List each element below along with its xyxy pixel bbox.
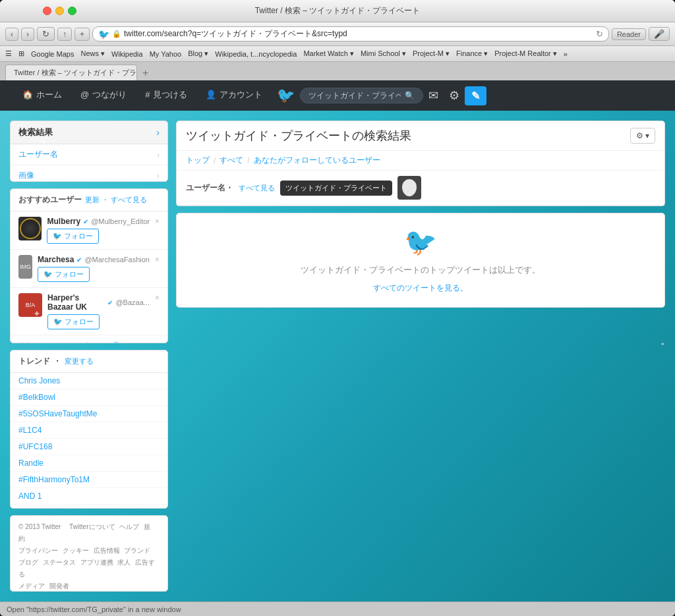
popular-accounts-link[interactable]: 人気のアカウント・友だちを見つける (18, 341, 142, 343)
images-nav-item[interactable]: 画像 › (11, 165, 167, 182)
search-submit-button[interactable]: 🔍 (405, 91, 415, 100)
bookmark-google-maps[interactable]: Google Maps (31, 50, 74, 58)
add-button[interactable]: + (74, 28, 90, 41)
bookmark-wikipedia[interactable]: Wikipedia (111, 50, 143, 58)
trend-fifth-harmony[interactable]: #FifthHarmonyTo1M (11, 472, 167, 488)
search-box[interactable]: 🔍 (300, 88, 423, 103)
trends-header: トレンド ・ 変更する (11, 350, 167, 373)
jobs-link[interactable]: 求人 (117, 559, 131, 566)
status-link[interactable]: ステータス (43, 559, 76, 566)
discover-label: 見つける (153, 89, 187, 101)
marchesa-follow-button[interactable]: 🐦 フォロー (38, 267, 90, 282)
mulberry-handle: @Mulberry_Editor (91, 217, 150, 225)
see-all-link[interactable]: すべて見る (239, 183, 275, 193)
trend-l1c4[interactable]: #L1C4 (11, 422, 167, 439)
trend-ufc168[interactable]: #UFC168 (11, 439, 167, 455)
help-link[interactable]: ヘルプ (119, 523, 139, 530)
trend-randle[interactable]: Randle (11, 455, 167, 472)
trend-5sos[interactable]: #5SOSHaveTaughtMe (11, 406, 167, 422)
search-results-arrow-icon: › (156, 127, 160, 138)
url-display: twitter.com/search?q=ツイットガイド・プライベート&src=… (124, 28, 347, 40)
marchesa-close-button[interactable]: × (155, 255, 160, 264)
mulberry-name: Mulberry (47, 217, 80, 226)
media-link[interactable]: メディア (18, 582, 45, 590)
reload-button[interactable]: ↻ (37, 27, 55, 41)
star-decoration-3: ✦ (53, 242, 57, 248)
lock-icon: 🔒 (112, 30, 121, 38)
star-decoration-4: ✦ (33, 308, 41, 319)
nav-connect[interactable]: @ つながり (71, 80, 136, 111)
forward-button[interactable]: › (21, 28, 34, 41)
minimize-button[interactable] (55, 7, 64, 15)
bookmark-market-watch[interactable]: Market Watch ▾ (303, 49, 354, 58)
tab-label: Twitter / 検索 – ツイットガイド・プライベート (14, 69, 137, 76)
traffic-lights (43, 7, 76, 15)
star-decoration-7: ✦ (660, 341, 665, 347)
rec-users-update-link[interactable]: 更新 (85, 196, 100, 204)
marchesa-name-row: Marchesa ✔ @MarchesaFashion (38, 255, 150, 264)
bookmark-my-yahoo[interactable]: My Yahoo (150, 50, 182, 58)
cookies-link[interactable]: クッキー (63, 547, 89, 554)
reader-button[interactable]: Reader (612, 28, 646, 40)
trend-chris-jones[interactable]: Chris Jones (11, 373, 167, 389)
bookmark-news[interactable]: News ▾ (80, 49, 105, 58)
nav-discover[interactable]: # 見つける (136, 80, 196, 111)
view-all-tweets-link[interactable]: すべてのツイートを見る。 (373, 283, 468, 294)
trend-louisville[interactable]: Louisville (11, 505, 167, 509)
harpers-follow-button[interactable]: 🐦 フォロー (47, 314, 100, 329)
privacy-link[interactable]: プライバシー (18, 547, 58, 554)
nav-all-link[interactable]: すべて (220, 155, 243, 166)
bookmark-project-m[interactable]: Project-M ▾ (413, 49, 450, 58)
harpers-close-button[interactable]: × (155, 293, 160, 302)
active-tab[interactable]: Twitter / 検索 – ツイットガイド・プライベート (5, 65, 137, 80)
apps-link[interactable]: アプリ連携 (80, 559, 113, 566)
nav-home[interactable]: 🏠 ホーム (13, 80, 71, 111)
search-nav: トップ / すべて / あなたがフォローしているユーザー (177, 151, 664, 171)
brand-link[interactable]: ブランド (124, 547, 150, 554)
blog-link[interactable]: ブログ (18, 559, 38, 566)
back-button[interactable]: ‹ (5, 28, 18, 41)
trend-and1[interactable]: AND 1 (11, 488, 167, 505)
tweets-section: 🐦 ツイットガイド・プライベートのトップツイートは以上です。 すべてのツイートを… (176, 213, 665, 308)
username-nav-item[interactable]: ユーザー名 › (11, 144, 167, 165)
recommended-users-card: おすすめユーザー 更新 ・ すべて見る Mulberry (10, 188, 168, 343)
about-link[interactable]: Twitterについて (69, 523, 115, 530)
mulberry-follow-button[interactable]: 🐦 フォロー (47, 229, 99, 244)
marchesa-handle: @MarchesaFashion (84, 256, 150, 264)
maximize-button[interactable] (68, 7, 76, 15)
bookmark-wikipedia-encyc[interactable]: Wikipedia, t...ncyclopedia (215, 50, 297, 58)
nav-account[interactable]: 👤 アカウント (196, 80, 272, 111)
share-button[interactable]: ↑ (57, 28, 72, 41)
user-egg-avatar (397, 176, 421, 200)
messages-icon[interactable]: ✉ (423, 88, 444, 103)
nav-top-link[interactable]: トップ (186, 155, 210, 166)
new-tab-button[interactable]: + (138, 66, 152, 80)
bookmark-blog[interactable]: Blog ▾ (188, 49, 208, 58)
trends-change-link[interactable]: 変更する (65, 356, 94, 366)
tooltip-badge: ツイットガイド・プライベート (280, 181, 392, 196)
rec-users-all-link[interactable]: すべて見る (111, 196, 147, 204)
mic-button[interactable]: 🎤 (649, 27, 670, 41)
connect-icon: @ (80, 90, 89, 99)
gear-settings-button[interactable]: ⚙ ▾ (630, 128, 655, 144)
bookmark-more[interactable]: » (564, 50, 568, 58)
search-input[interactable] (308, 91, 401, 100)
developers-link[interactable]: 開発者 (49, 582, 69, 590)
marchesa-avatar-img: IMG (18, 255, 32, 279)
gear-dropdown-icon: ▾ (645, 131, 649, 140)
settings-icon[interactable]: ⚙ (444, 88, 465, 103)
close-button[interactable] (43, 7, 51, 15)
bookmark-finance[interactable]: Finance ▾ (456, 49, 488, 58)
account-icon: 👤 (206, 90, 216, 99)
search-results-main-title: ツイットガイド・プライベートの検索結果 (186, 128, 411, 144)
search-results-card: 検索結果 › ユーザー名 › 画像 › (10, 121, 168, 182)
ad-info-link[interactable]: 広告情報 (94, 547, 120, 554)
trend-belkbowl[interactable]: #BelkBowl (11, 389, 167, 406)
marchesa-info: Marchesa ✔ @MarchesaFashion 🐦 フォロー (38, 255, 150, 282)
nav-following-link[interactable]: あなたがフォローしているユーザー (254, 155, 380, 166)
bookmark-mimi-school[interactable]: Mimi School ▾ (361, 49, 406, 58)
bookmark-project-m-realtor[interactable]: Project-M Realtor ▾ (494, 49, 557, 58)
mulberry-close-button[interactable]: × (155, 217, 160, 226)
compose-button[interactable]: ✎ (465, 86, 486, 105)
usernames-label: ユーザー名・ (186, 182, 233, 194)
